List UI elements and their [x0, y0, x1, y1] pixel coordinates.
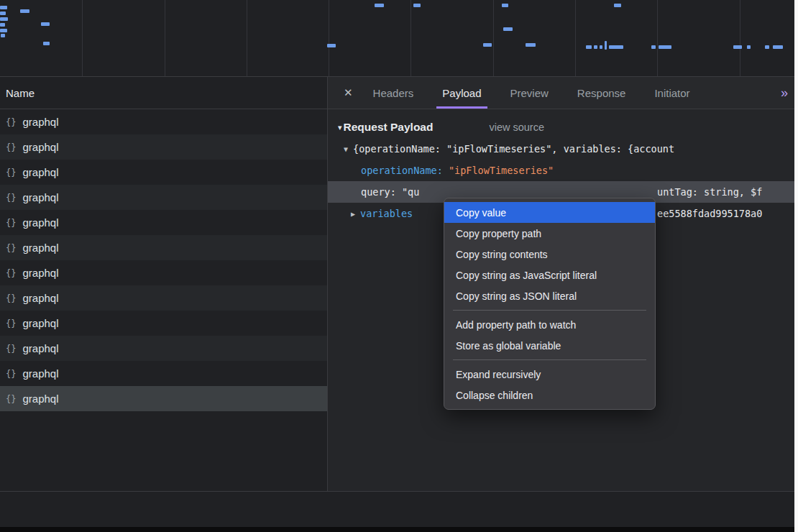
json-icon: {} — [6, 369, 16, 379]
property-value-start: "qu — [402, 186, 419, 198]
menu-separator — [453, 310, 646, 311]
tab-initiator[interactable]: Initiator — [653, 77, 691, 109]
variables-disclosure-triangle[interactable]: ▶ — [351, 210, 355, 218]
json-icon: {} — [6, 318, 16, 329]
property-key: query: — [361, 186, 396, 198]
json-icon: {} — [6, 293, 16, 303]
grid-line — [493, 0, 494, 76]
request-row[interactable]: {}graphql — [0, 285, 327, 311]
request-name: graphql — [22, 242, 58, 254]
json-icon: {} — [6, 344, 16, 354]
payload-preview-line[interactable]: ▼ {operationName: "ipFlowTimeseries", va… — [328, 138, 798, 160]
overview-bar — [0, 6, 7, 9]
key-value-space — [443, 165, 449, 176]
detail-tabs-bar: ✕ HeadersPayloadPreviewResponseInitiator… — [328, 77, 798, 109]
overview-bar — [483, 43, 492, 47]
view-source-link[interactable]: view source — [489, 121, 544, 133]
request-name: graphql — [22, 166, 58, 178]
tab-response[interactable]: Response — [576, 77, 628, 109]
request-row[interactable]: {}graphql — [0, 386, 327, 411]
grid-line — [247, 0, 247, 76]
request-row[interactable]: {}graphql — [0, 185, 327, 210]
devtools-network-panel: Name {}graphql{}graphql{}graphql{}graphq… — [0, 0, 798, 532]
request-row[interactable]: {}graphql — [0, 109, 327, 134]
menu-item-copy-value[interactable]: Copy value — [444, 202, 655, 223]
window-right-edge — [794, 0, 798, 532]
request-payload-header[interactable]: ▾ Request Payload view source — [328, 116, 798, 138]
request-row[interactable]: {}graphql — [0, 311, 327, 336]
overview-bar — [0, 29, 7, 32]
overview-bar — [526, 43, 536, 47]
grid-line — [82, 0, 83, 76]
request-row[interactable]: {}graphql — [0, 336, 327, 361]
menu-item-expand-recursively[interactable]: Expand recursively — [444, 364, 655, 385]
menu-item-copy-string-as-json-literal[interactable]: Copy string as JSON literal — [444, 285, 655, 306]
request-name: graphql — [22, 292, 58, 304]
tab-headers[interactable]: Headers — [372, 77, 416, 109]
property-key: variables — [360, 208, 413, 219]
menu-item-add-property-path-to-watch[interactable]: Add property path to watch — [444, 314, 655, 335]
overview-bar — [1, 34, 5, 37]
menu-item-copy-string-as-javascript-literal[interactable]: Copy string as JavaScript literal — [444, 265, 655, 285]
grid-line — [411, 0, 411, 76]
overview-bar — [503, 27, 513, 31]
request-name: graphql — [22, 367, 58, 380]
summary-footer — [0, 491, 798, 528]
network-overview-timeline[interactable] — [0, 0, 798, 77]
overview-bar — [0, 12, 6, 15]
request-row[interactable]: {}graphql — [0, 134, 327, 160]
more-tabs-icon[interactable]: » — [781, 86, 786, 101]
close-panel-icon[interactable]: ✕ — [344, 86, 353, 99]
tab-payload[interactable]: Payload — [441, 77, 482, 109]
name-column-header[interactable]: Name — [0, 77, 327, 109]
request-row[interactable]: {}graphql — [0, 260, 327, 285]
json-icon: {} — [6, 218, 16, 228]
json-icon: {} — [6, 117, 16, 127]
grid-line — [740, 0, 740, 76]
request-row[interactable]: {}graphql — [0, 361, 327, 386]
overview-bar — [733, 45, 742, 49]
grid-line — [575, 0, 576, 76]
json-icon: {} — [6, 268, 16, 278]
overview-bar — [0, 17, 8, 21]
request-name: graphql — [22, 216, 58, 229]
request-row[interactable]: {}graphql — [0, 235, 327, 260]
overview-bar — [20, 9, 29, 13]
grid-line — [165, 0, 165, 76]
grid-line — [657, 0, 658, 76]
json-icon: {} — [6, 193, 16, 203]
overview-bar — [773, 45, 783, 49]
property-key: operationName: — [361, 165, 443, 176]
payload-preview-text: {operationName: "ipFlowTimeseries", vari… — [353, 143, 674, 155]
overview-bar — [502, 4, 508, 7]
overview-bar — [375, 4, 384, 7]
request-row[interactable]: {}graphql — [0, 160, 327, 185]
context-menu: Copy valueCopy property pathCopy string … — [444, 198, 656, 410]
menu-item-collapse-children[interactable]: Collapse children — [444, 385, 655, 405]
request-list: {}graphql{}graphql{}graphql{}graphql{}gr… — [0, 109, 327, 411]
property-value: "ipFlowTimeseries" — [449, 165, 554, 176]
menu-separator — [453, 359, 646, 360]
section-title: Request Payload — [344, 121, 434, 134]
overview-bar — [413, 4, 421, 7]
request-name: graphql — [22, 116, 58, 128]
request-row[interactable]: {}graphql — [0, 210, 327, 235]
property-operationName[interactable]: operationName: "ipFlowTimeseries" — [328, 160, 798, 181]
menu-item-store-as-global-variable[interactable]: Store as global variable — [444, 335, 655, 356]
json-icon: {} — [6, 168, 16, 178]
overview-bar — [614, 4, 621, 7]
overview-bar — [43, 42, 50, 45]
tab-preview[interactable]: Preview — [509, 77, 550, 109]
overview-bar — [0, 23, 5, 27]
overview-bar — [651, 45, 656, 49]
requests-pane: Name {}graphql{}graphql{}graphql{}graphq… — [0, 77, 327, 527]
object-disclosure-triangle[interactable]: ▼ — [344, 145, 348, 153]
key-value-space — [396, 186, 402, 198]
menu-item-copy-property-path[interactable]: Copy property path — [444, 223, 655, 244]
request-name: graphql — [22, 141, 58, 153]
section-disclosure-triangle[interactable]: ▾ — [338, 123, 342, 132]
json-icon: {} — [6, 394, 16, 404]
overview-bar — [605, 41, 607, 50]
overview-bar — [41, 22, 50, 26]
menu-item-copy-string-contents[interactable]: Copy string contents — [444, 244, 655, 265]
